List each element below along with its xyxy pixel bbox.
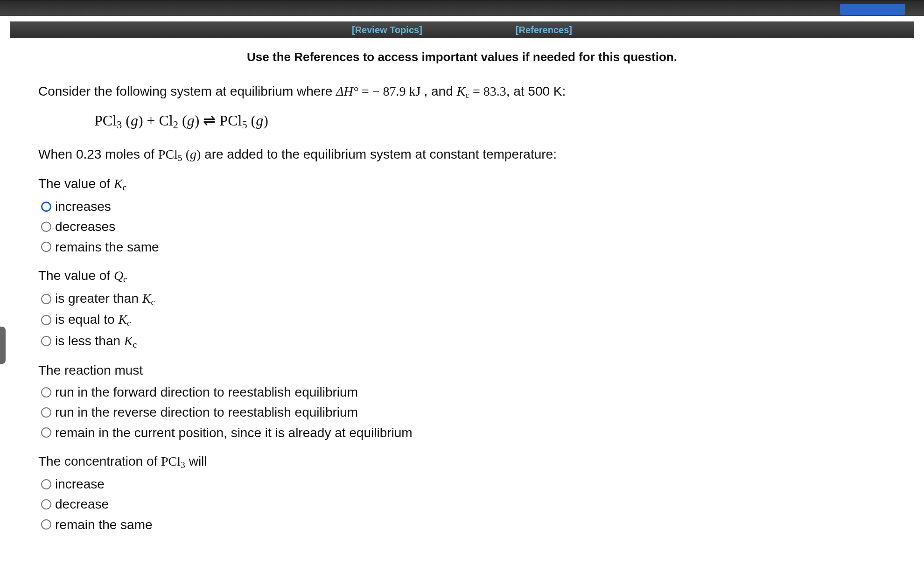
intro-mid: , and xyxy=(424,84,456,98)
option-label: remains the same xyxy=(55,238,159,256)
references-link[interactable]: [References] xyxy=(516,25,572,35)
radio-icon[interactable] xyxy=(41,202,51,212)
q2-symbol: Qc xyxy=(114,268,127,283)
q2-prompt-prefix: The value of xyxy=(38,268,114,283)
q4-prompt-suffix: will xyxy=(185,454,207,468)
q4-symbol: PCl3 xyxy=(161,454,185,468)
radio-icon[interactable] xyxy=(41,499,51,509)
q3-option-reverse[interactable]: run in the reverse direction to reestabl… xyxy=(41,403,886,421)
q1-options: increases decreases remains the same xyxy=(41,197,886,256)
q3-option-remain[interactable]: remain in the current position, since it… xyxy=(41,424,886,442)
q3-option-forward[interactable]: run in the forward direction to reestabl… xyxy=(41,383,886,401)
q4-prompt-prefix: The concentration of xyxy=(38,454,161,468)
option-label: increase xyxy=(55,475,105,493)
intro-suffix: , at 500 K: xyxy=(506,84,566,98)
gap xyxy=(0,16,924,21)
kc-symbol: Kc xyxy=(456,84,469,98)
radio-icon[interactable] xyxy=(41,294,51,304)
option-label: remain in the current position, since it… xyxy=(55,424,413,442)
q2-option-equal[interactable]: is equal to Kc xyxy=(41,310,886,329)
q1-prompt: The value of Kc xyxy=(38,174,886,194)
option-label: is greater than Kc xyxy=(55,289,155,308)
option-label: decrease xyxy=(55,495,109,513)
q4-prompt: The concentration of PCl3 will xyxy=(38,452,886,471)
option-label: remain the same xyxy=(55,516,153,534)
perturbation-line: When 0.23 moles of PCl5 (g) are added to… xyxy=(38,145,886,164)
radio-icon[interactable] xyxy=(41,479,51,489)
q1-option-decreases[interactable]: decreases xyxy=(41,217,886,236)
radio-icon[interactable] xyxy=(41,407,51,418)
q2-option-less[interactable]: is less than Kc xyxy=(41,332,886,351)
radio-icon[interactable] xyxy=(41,242,51,252)
instruction-text: Use the References to access important v… xyxy=(38,49,886,65)
q2-option-greater[interactable]: is greater than Kc xyxy=(41,289,886,308)
option-label: decreases xyxy=(55,217,115,236)
q2-prompt: The value of Qc xyxy=(38,266,886,286)
radio-icon[interactable] xyxy=(41,387,51,398)
kc-value: = 83.3 xyxy=(469,84,506,98)
intro-prefix: Consider the following system at equilib… xyxy=(38,84,336,98)
delta-h-expr: ΔH° = − 87.9 kJ xyxy=(336,84,424,98)
radio-icon[interactable] xyxy=(41,427,51,438)
added-suffix: are added to the equilibrium system at c… xyxy=(201,147,557,161)
review-topics-link[interactable]: [Review Topics] xyxy=(352,25,422,35)
option-label: is equal to Kc xyxy=(55,310,131,329)
option-label: run in the forward direction to reestabl… xyxy=(55,383,358,401)
q4-options: increase decrease remain the same xyxy=(41,475,886,534)
radio-icon[interactable] xyxy=(41,519,51,530)
q4-option-remain[interactable]: remain the same xyxy=(41,516,886,534)
delta-h-value: = − 87.9 kJ xyxy=(358,84,420,98)
q2-options: is greater than Kc is equal to Kc is les… xyxy=(41,289,886,351)
q1-option-remains[interactable]: remains the same xyxy=(41,238,886,256)
q1-option-increases[interactable]: increases xyxy=(41,197,886,216)
question-content: Use the References to access important v… xyxy=(10,38,914,557)
radio-icon[interactable] xyxy=(41,315,51,325)
radio-icon[interactable] xyxy=(41,336,51,346)
q3-prompt: The reaction must xyxy=(38,361,886,379)
option-label: run in the reverse direction to reestabl… xyxy=(55,403,358,421)
delta-h-symbol: ΔH° xyxy=(336,84,358,98)
intro-line: Consider the following system at equilib… xyxy=(38,82,886,101)
q1-symbol: Kc xyxy=(114,176,126,191)
q1-prompt-prefix: The value of xyxy=(38,176,114,191)
question-toolbar: [Review Topics] [References] xyxy=(10,21,914,38)
reaction-equation: PCl3 (g) + Cl2 (g) ⇌ PCl5 (g) xyxy=(94,110,886,132)
added-species: PCl5 (g) xyxy=(158,147,201,161)
option-label: is less than Kc xyxy=(55,332,137,351)
option-label: increases xyxy=(55,197,111,216)
window-chrome-top xyxy=(0,0,924,16)
q4-option-increase[interactable]: increase xyxy=(41,475,886,493)
kc-expr: Kc = 83.3 xyxy=(456,84,506,98)
added-prefix: When 0.23 moles of xyxy=(38,147,158,161)
q3-options: run in the forward direction to reestabl… xyxy=(41,383,886,442)
radio-icon[interactable] xyxy=(41,222,51,232)
left-side-tab[interactable] xyxy=(0,327,6,364)
q4-option-decrease[interactable]: decrease xyxy=(41,495,886,513)
